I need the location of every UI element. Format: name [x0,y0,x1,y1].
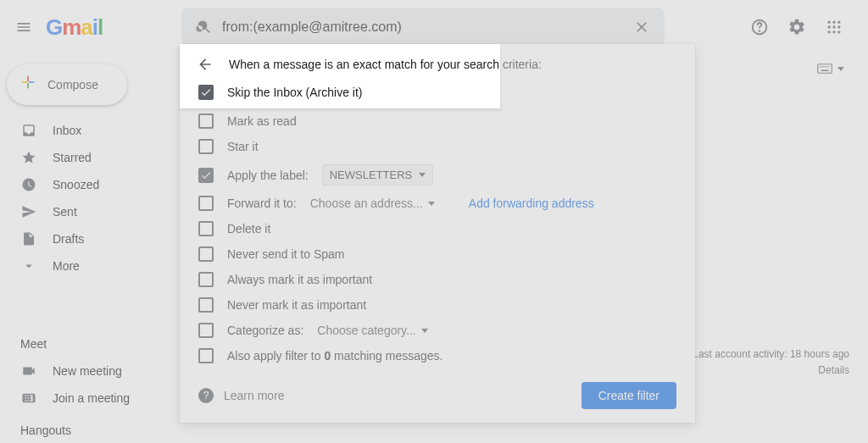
back-arrow-icon[interactable] [195,54,215,75]
sidebar-label: Snoozed [53,178,99,191]
svg-point-6 [832,25,835,28]
sidebar-item-snoozed[interactable]: Snoozed [0,171,180,198]
svg-rect-16 [821,70,829,72]
mark-read-checkbox[interactable] [198,114,214,129]
plus-icon [19,73,37,97]
svg-rect-11 [818,64,832,74]
never-important-checkbox[interactable] [198,297,214,313]
keyboard-icon [20,390,37,407]
search-bar[interactable] [181,8,665,47]
categorize-text: Categorize as: [227,324,303,337]
svg-point-7 [837,25,840,28]
svg-rect-12 [820,66,821,68]
details-link[interactable]: Details [693,363,849,379]
sidebar-label: Drafts [53,232,84,246]
menu-icon[interactable] [7,10,41,44]
last-activity-text: Last account activity: 18 hours ago [693,346,849,363]
sidebar-label: Inbox [53,124,81,137]
also-apply-checkbox[interactable] [198,348,214,363]
categorize-checkbox[interactable] [198,323,214,338]
create-filter-panel: When a message is an exact match for you… [180,44,695,423]
skip-inbox-checkbox[interactable] [198,88,214,103]
always-important-label: Always mark it as important [227,273,372,286]
search-icon[interactable] [188,11,220,43]
forward-checkbox[interactable] [198,196,214,211]
sidebar-label: More [53,259,80,273]
sidebar-item-drafts[interactable]: Drafts [0,225,180,252]
also-apply-label: Also apply filter to 0 matching messages… [227,349,442,363]
apply-label-value: NEWSLETTERS [330,169,413,181]
never-spam-label: Never send it to Spam [227,247,345,261]
svg-rect-14 [825,66,826,68]
compose-button[interactable]: Compose [7,64,127,105]
settings-icon[interactable] [780,10,814,44]
svg-point-10 [837,30,840,33]
categorize-select[interactable]: Choose category... [317,324,427,337]
camera-icon [20,363,37,379]
star-it-checkbox[interactable] [198,139,214,154]
help-icon: ? [198,388,214,403]
apps-icon[interactable] [817,10,851,44]
delete-it-checkbox[interactable] [198,221,214,236]
always-important-checkbox[interactable] [198,272,214,287]
apply-label-select[interactable]: NEWSLETTERS [322,164,434,186]
svg-point-9 [832,30,835,33]
meet-section-title: Meet [0,325,180,357]
sidebar-item-starred[interactable]: Starred [0,144,180,171]
never-spam-checkbox[interactable] [198,246,214,262]
forward-text: Forward it to: [227,197,297,210]
svg-point-5 [828,25,831,28]
sidebar-item-more[interactable]: More [0,252,180,280]
svg-point-4 [837,21,840,24]
skip-inbox-label: Skip the Inbox (Archive it) [227,89,363,102]
apply-label-checkbox[interactable] [198,168,214,183]
join-meeting-label: Join a meeting [53,391,130,405]
sidebar-item-sent[interactable]: Sent [0,198,180,225]
caret-down-icon [421,329,428,333]
delete-it-label: Delete it [227,222,270,235]
never-important-label: Never mark it as important [227,298,366,312]
new-meeting[interactable]: New meeting [0,357,180,385]
sidebar-label: Sent [53,205,77,219]
support-icon[interactable] [743,10,776,44]
hangouts-section-title: Hangouts [0,412,180,443]
svg-point-3 [832,21,835,24]
mark-read-label: Mark as read [227,114,297,128]
svg-rect-15 [827,66,829,68]
svg-point-8 [828,30,831,33]
categorize-placeholder: Choose category... [317,324,415,337]
star-it-label: Star it [227,140,259,153]
add-forwarding-link[interactable]: Add forwarding address [469,197,594,210]
filter-header-text: When a message is an exact match for you… [229,58,542,71]
svg-point-2 [828,21,831,24]
clock-icon [20,176,37,193]
send-icon [20,203,37,220]
search-input[interactable] [220,19,626,36]
sidebar-label: Starred [53,151,92,164]
apply-label-text: Apply the label: [227,169,309,182]
forward-placeholder: Choose an address... [310,197,423,210]
join-meeting[interactable]: Join a meeting [0,385,180,412]
clear-search-icon[interactable] [626,11,658,43]
new-meeting-label: New meeting [53,364,122,378]
gmail-logo[interactable]: Gmail [46,14,164,41]
input-tools-dropdown[interactable] [817,63,844,75]
compose-label: Compose [47,78,98,91]
draft-icon [20,230,37,247]
learn-more-link[interactable]: Learn more [224,389,285,402]
star-icon [20,149,37,166]
inbox-icon [20,122,37,139]
forward-address-select[interactable]: Choose an address... [310,197,435,210]
caret-down-icon [837,67,844,71]
sidebar-item-inbox[interactable]: Inbox [0,117,180,144]
create-filter-button[interactable]: Create filter [581,382,676,409]
chevron-down-icon [20,257,37,274]
caret-down-icon [419,173,426,177]
svg-point-1 [760,30,760,31]
caret-down-icon [428,202,435,206]
svg-rect-13 [822,66,824,68]
